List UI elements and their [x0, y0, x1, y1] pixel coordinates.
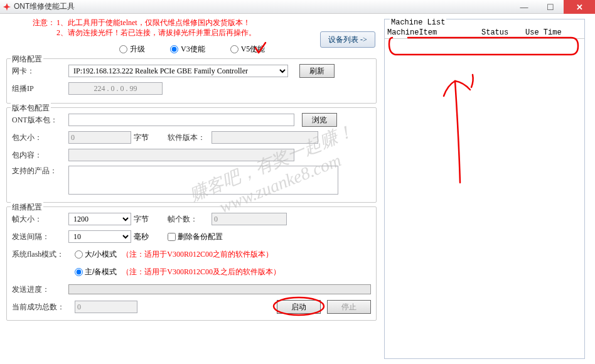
multicast-config-group: 组播配置 帧大小： 1200 字节 帧个数： 发送间隔： 10 毫秒 删除备份配…: [6, 206, 377, 321]
refresh-button[interactable]: 刷新: [299, 64, 335, 78]
success-count-input: [75, 301, 137, 313]
app-logo-icon: [3, 3, 11, 11]
window-title: ONT维修使能工具: [14, 1, 75, 12]
minimize-button[interactable]: —: [511, 0, 537, 14]
pkg-size-input: [68, 131, 131, 144]
interval-label: 发送间隔：: [12, 232, 68, 242]
nic-label: 网卡：: [12, 66, 68, 77]
mcast-ip-label: 组播IP: [12, 83, 68, 94]
warning-label: 注意：: [6, 18, 56, 38]
mode-v5-radio[interactable]: V5使能: [230, 44, 265, 55]
flash-small-note: （注：适用于V300R012C00之前的软件版本）: [122, 249, 273, 260]
network-config-legend: 网络配置: [11, 54, 43, 65]
ont-pkg-label: ONT版本包：: [12, 115, 68, 126]
progress-label: 发送进度：: [12, 284, 68, 295]
frame-size-select[interactable]: 1200: [68, 213, 131, 225]
pkg-size-unit: 字节: [134, 132, 149, 143]
machine-list-body: [385, 39, 584, 353]
stop-button: 停止: [327, 300, 371, 314]
col-machineitem: MachineItem: [387, 28, 481, 37]
delete-backup-checkbox[interactable]: 删除备份配置: [168, 232, 223, 242]
nic-select[interactable]: IP:192.168.123.222 Realtek PCIe GBE Fami…: [68, 65, 288, 77]
maximize-button[interactable]: ☐: [537, 0, 564, 14]
network-config-group: 网络配置 网卡： IP:192.168.123.222 Realtek PCIe…: [6, 58, 377, 104]
start-button[interactable]: 启动: [277, 300, 321, 314]
mode-v3-radio[interactable]: V3使能: [170, 44, 205, 55]
progress-bar: [68, 284, 371, 294]
machine-list-header: MachineItem Status Use Time: [385, 27, 584, 39]
soft-ver-input: [212, 131, 318, 144]
flash-small-radio[interactable]: 大/小模式: [75, 249, 117, 260]
mode-upgrade-radio[interactable]: 升级: [119, 44, 145, 55]
multicast-config-legend: 组播配置: [11, 202, 43, 213]
machine-list-legend: Machine List: [390, 18, 446, 27]
support-textarea: [68, 166, 338, 195]
package-config-group: 版本包配置 ONT版本包： 浏览 包大小： 字节 软件版本： 包内容： 支持的产…: [6, 107, 377, 203]
package-config-legend: 版本包配置: [11, 103, 51, 114]
interval-select[interactable]: 10: [68, 230, 131, 243]
device-list-button[interactable]: 设备列表 ->: [320, 31, 375, 48]
ont-pkg-input[interactable]: [68, 114, 294, 126]
pkg-size-label: 包大小：: [12, 132, 68, 143]
flash-mode-label: 系统flash模式：: [12, 249, 75, 260]
interval-unit: 毫秒: [134, 232, 149, 242]
soft-ver-label: 软件版本：: [168, 132, 212, 143]
left-pane: 注意： 1、此工具用于使能telnet，仅限代维点维修国内发货版本！ 2、请勿连…: [0, 14, 382, 364]
browse-button[interactable]: 浏览: [302, 113, 337, 127]
frame-size-unit: 字节: [134, 214, 149, 225]
titlebar: ONT维修使能工具 — ☐ ✕: [0, 0, 595, 14]
warning-line-2: 2、请勿连接光纤！若已连接，请拔掉光纤并重启后再操作。: [56, 28, 256, 38]
frame-count-label: 帧个数：: [168, 214, 212, 225]
pkg-content-label: 包内容：: [12, 150, 68, 161]
close-button[interactable]: ✕: [564, 0, 595, 14]
success-count-label: 当前成功总数：: [12, 302, 75, 313]
warning-line-1: 1、此工具用于使能telnet，仅限代维点维修国内发货版本！: [56, 18, 256, 28]
pkg-content-input: [68, 149, 294, 161]
frame-count-input: [212, 213, 287, 225]
mcast-ip-input: [68, 82, 163, 95]
support-label: 支持的产品：: [12, 166, 68, 176]
flash-main-radio[interactable]: 主/备模式: [75, 267, 117, 277]
machine-list-panel: Machine List MachineItem Status Use Time: [384, 19, 585, 359]
frame-size-label: 帧大小：: [12, 214, 68, 225]
col-usetime: Use Time: [525, 28, 576, 37]
flash-main-note: （注：适用于V300R012C00及之后的软件版本）: [122, 267, 281, 277]
col-status: Status: [481, 28, 525, 37]
